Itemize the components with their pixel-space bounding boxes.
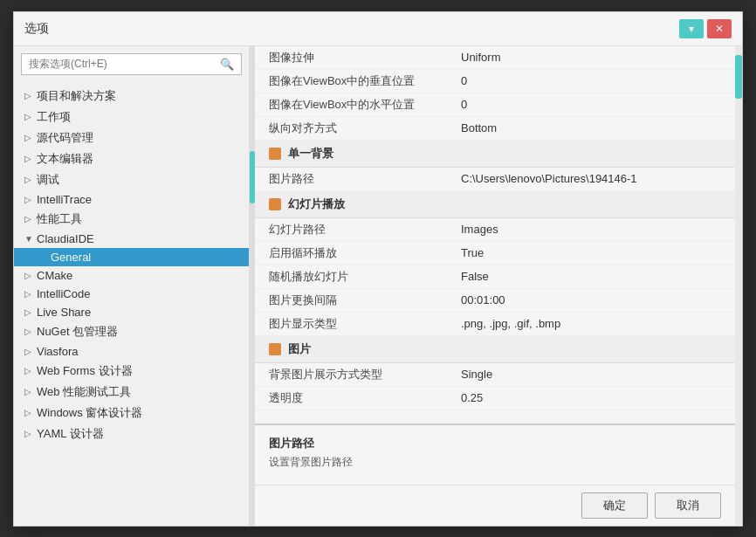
sidebar-item-label: 源代码管理	[37, 130, 93, 146]
sidebar-item-label: 调试	[37, 172, 59, 188]
arrow-icon: ▷	[24, 175, 37, 184]
close-icon: ✕	[715, 23, 724, 35]
sidebar-item-label: NuGet 包管理器	[37, 324, 118, 340]
arrow-icon: ▷	[24, 307, 37, 317]
sidebar-item-perf[interactable]: ▷性能工具	[14, 209, 249, 230]
content-area: 图像拉伸Uniform图像在ViewBox中的垂直位置0图像在ViewBox中的…	[255, 46, 735, 526]
property-name: 图片路径	[269, 171, 461, 187]
search-input[interactable]	[29, 58, 220, 70]
sidebar-scrollbar[interactable]	[250, 46, 255, 526]
sidebar-item-claudiaIDE[interactable]: ▼ClaudiaIDE	[14, 230, 249, 248]
property-value: Bottom	[461, 121, 497, 134]
arrow-icon: ▷	[24, 327, 37, 336]
section-dot	[269, 343, 281, 355]
search-icon: 🔍	[220, 58, 234, 71]
property-row[interactable]: 图片路径C:\Users\lenovo\Pictures\194146-1	[255, 168, 735, 191]
sidebar-scroll-thumb[interactable]	[250, 151, 255, 203]
sidebar-item-project[interactable]: ▷项目和解决方案	[14, 86, 249, 107]
property-row[interactable]: 图片更换间隔00:01:00	[255, 289, 735, 313]
property-name: 纵向对齐方式	[269, 120, 461, 136]
options-dialog: 选项 ▾ ✕ 🔍 ▷项目和解决方案▷工作项▷源代码管理▷文本编辑器▷调试▷Int…	[13, 11, 743, 527]
pin-icon: ▾	[689, 23, 694, 35]
sidebar-item-label: Viasfora	[37, 345, 78, 358]
sidebar-item-webforms[interactable]: ▷Web Forms 设计器	[14, 361, 249, 382]
sidebar-item-label: IntelliTrace	[37, 193, 92, 206]
arrow-icon: ▷	[24, 154, 37, 163]
property-name: 图片显示类型	[269, 316, 461, 332]
property-row[interactable]: 图像在ViewBox中的垂直位置0	[255, 70, 735, 93]
property-row[interactable]: 背景图片展示方式类型Single	[255, 363, 735, 387]
section-header: 幻灯片播放	[255, 191, 735, 218]
sidebar-item-source[interactable]: ▷源代码管理	[14, 127, 249, 148]
arrow-icon: ▷	[24, 91, 37, 100]
property-row[interactable]: 启用循环播放True	[255, 242, 735, 265]
sidebar-item-label: ClaudiaIDE	[37, 232, 94, 245]
property-row[interactable]: 图像在ViewBox中的水平位置0	[255, 93, 735, 117]
property-row[interactable]: 图像拉伸Uniform	[255, 46, 735, 70]
sidebar-item-cmake[interactable]: ▷CMake	[14, 266, 249, 285]
arrow-icon: ▼	[24, 234, 37, 244]
arrow-icon: ▷	[24, 112, 37, 121]
sidebar-item-label: 项目和解决方案	[37, 88, 116, 104]
property-value: .png, .jpg, .gif, .bmp	[461, 317, 560, 330]
property-value: C:\Users\lenovo\Pictures\194146-1	[461, 172, 637, 185]
property-row[interactable]: 随机播放幻灯片False	[255, 265, 735, 289]
property-name: 图像在ViewBox中的垂直位置	[269, 73, 461, 89]
sidebar-item-nuget[interactable]: ▷NuGet 包管理器	[14, 321, 249, 342]
properties-panel: 图像拉伸Uniform图像在ViewBox中的垂直位置0图像在ViewBox中的…	[255, 46, 735, 423]
title-controls: ▾ ✕	[679, 19, 732, 38]
confirm-button[interactable]: 确定	[581, 492, 648, 519]
right-scroll-thumb[interactable]	[735, 55, 742, 99]
right-scrollbar[interactable]	[735, 46, 742, 526]
property-value: Single	[461, 368, 492, 381]
sidebar-item-yaml[interactable]: ▷YAML 设计器	[14, 423, 249, 444]
sidebar-item-texteditor[interactable]: ▷文本编辑器	[14, 148, 249, 169]
dialog-body: 🔍 ▷项目和解决方案▷工作项▷源代码管理▷文本编辑器▷调试▷IntelliTra…	[14, 46, 742, 526]
sidebar-item-debug[interactable]: ▷调试	[14, 169, 249, 190]
footer: 确定 取消	[255, 485, 735, 526]
arrow-icon: ▷	[24, 289, 37, 299]
section-header: 单一背景	[255, 141, 735, 168]
property-value: Images	[461, 223, 498, 236]
arrow-icon: ▷	[24, 271, 37, 280]
property-name: 背景图片展示方式类型	[269, 367, 461, 382]
sidebar-item-viasfora[interactable]: ▷Viasfora	[14, 342, 249, 361]
title-bar: 选项 ▾ ✕	[14, 12, 742, 46]
sidebar-item-label: Live Share	[37, 306, 91, 319]
property-row[interactable]: 图片显示类型.png, .jpg, .gif, .bmp	[255, 313, 735, 336]
sidebar-item-intellitrace[interactable]: ▷IntelliTrace	[14, 190, 249, 209]
search-container[interactable]: 🔍	[21, 53, 242, 75]
property-name: 启用循环播放	[269, 245, 461, 261]
property-row[interactable]: 透明度0.25	[255, 387, 735, 410]
sidebar-item-label: 工作项	[37, 109, 71, 125]
property-value: 0	[461, 98, 467, 111]
sidebar-item-liveshare[interactable]: ▷Live Share	[14, 303, 249, 321]
pin-button[interactable]: ▾	[679, 19, 704, 38]
arrow-icon: ▷	[24, 387, 37, 396]
property-row[interactable]: 纵向对齐方式Bottom	[255, 117, 735, 141]
description-panel: 图片路径 设置背景图片路径	[255, 423, 735, 485]
sidebar-item-work[interactable]: ▷工作项	[14, 107, 249, 127]
section-label: 幻灯片播放	[288, 196, 345, 212]
description-title: 图片路径	[269, 436, 721, 451]
cancel-button[interactable]: 取消	[655, 492, 721, 519]
sidebar-item-intellicode[interactable]: ▷IntelliCode	[14, 285, 249, 303]
arrow-icon: ▷	[24, 429, 37, 438]
arrow-icon: ▷	[24, 195, 37, 204]
property-value: 00:01:00	[461, 293, 505, 306]
arrow-icon: ▷	[24, 214, 37, 224]
property-row[interactable]: 幻灯片路径Images	[255, 218, 735, 242]
tree-container[interactable]: ▷项目和解决方案▷工作项▷源代码管理▷文本编辑器▷调试▷IntelliTrace…	[14, 82, 249, 526]
sidebar-item-winforms[interactable]: ▷Windows 窗体设计器	[14, 403, 249, 423]
close-button[interactable]: ✕	[707, 19, 732, 38]
sidebar-item-general[interactable]: General	[14, 248, 249, 266]
property-name: 随机播放幻灯片	[269, 269, 461, 285]
property-name: 图像在ViewBox中的水平位置	[269, 97, 461, 113]
sidebar-item-label: IntelliCode	[37, 287, 90, 300]
property-value: False	[461, 270, 489, 283]
section-dot	[269, 148, 281, 160]
sidebar-item-webperf[interactable]: ▷Web 性能测试工具	[14, 382, 249, 403]
sidebar-item-label: CMake	[37, 269, 72, 282]
section-header: 图片	[255, 336, 735, 363]
property-value: 0.25	[461, 391, 483, 404]
